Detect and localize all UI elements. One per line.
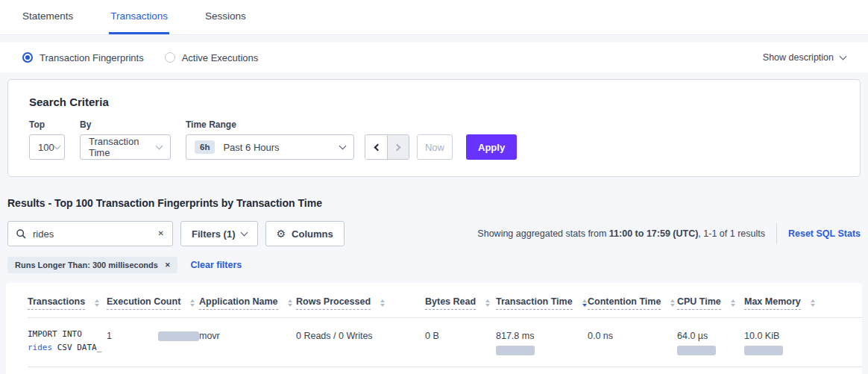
column-header-rows-processed: Rows Processed bbox=[296, 296, 425, 310]
chevron-right-icon bbox=[394, 143, 401, 151]
max-memory-cell: 10.0 KiB bbox=[744, 328, 862, 355]
sort-icon[interactable] bbox=[731, 299, 735, 307]
radio-active-executions[interactable]: Active Executions bbox=[165, 52, 259, 63]
column-header-max-memory: Max Memory bbox=[744, 296, 862, 310]
results-search-input[interactable] bbox=[33, 228, 151, 240]
sort-icon[interactable] bbox=[670, 299, 675, 307]
results-search-box: ✕ bbox=[7, 221, 173, 246]
chevron-down-icon bbox=[840, 52, 847, 60]
tab-transactions[interactable]: Transactions bbox=[109, 0, 169, 34]
execution-count-value: 1 bbox=[107, 331, 112, 341]
by-label: By bbox=[80, 119, 171, 130]
column-header-label[interactable]: Application Name bbox=[199, 296, 278, 310]
cpu-time-bar bbox=[677, 346, 716, 355]
column-header-execution-count: Execution Count bbox=[107, 296, 199, 310]
radio-selected-icon bbox=[22, 52, 33, 63]
tab-sessions[interactable]: Sessions bbox=[204, 0, 248, 34]
transaction-fingerprint-link[interactable]: IMPORT INTO rides CSV DATA_ bbox=[28, 328, 107, 355]
sort-icon[interactable] bbox=[485, 299, 490, 307]
by-select-value: Transaction Time bbox=[89, 136, 157, 158]
column-header-cpu-time: CPU Time bbox=[677, 296, 744, 310]
filter-chip-label: Runs Longer Than: 300 milliseconds bbox=[15, 261, 158, 269]
transaction-sql-line2: CSV DATA_ bbox=[52, 343, 101, 352]
gear-icon: ⚙ bbox=[277, 228, 286, 239]
columns-button[interactable]: ⚙ Columns bbox=[265, 221, 345, 246]
column-header-contention-time: Contention Time bbox=[588, 296, 677, 310]
transaction-time-bar bbox=[496, 346, 535, 355]
apply-button[interactable]: Apply bbox=[466, 134, 517, 160]
transaction-time-value: 817.8 ms bbox=[496, 331, 534, 341]
time-range-badge: 6h bbox=[195, 140, 215, 154]
view-toggle-strip: Transaction Fingerprints Active Executio… bbox=[0, 43, 868, 72]
column-header-label[interactable]: Transactions bbox=[28, 296, 85, 310]
rows-processed-cell: 0 Reads / 0 Writes bbox=[296, 328, 425, 341]
prev-time-window-button[interactable] bbox=[365, 135, 387, 159]
sort-icon[interactable] bbox=[190, 299, 195, 307]
max-memory-value: 10.0 KiB bbox=[744, 331, 779, 341]
table-header-row: Transactions Execution Count Application… bbox=[28, 290, 862, 318]
chevron-down-icon bbox=[339, 142, 347, 149]
remove-filter-icon[interactable]: ✕ bbox=[165, 262, 171, 269]
column-header-transactions: Transactions bbox=[28, 296, 107, 310]
sort-icon[interactable] bbox=[288, 299, 292, 307]
column-header-label[interactable]: Transaction Time bbox=[496, 296, 573, 310]
application-name-cell: movr bbox=[199, 328, 296, 341]
stats-prefix: Showing aggregated stats from bbox=[477, 228, 609, 239]
transaction-sql-line1: IMPORT INTO bbox=[28, 329, 82, 339]
columns-button-label: Columns bbox=[292, 228, 333, 240]
cpu-time-cell: 64.0 µs bbox=[677, 328, 744, 355]
transaction-sql-keyword: rides bbox=[28, 343, 52, 352]
max-memory-bar bbox=[744, 346, 783, 355]
radio-transaction-fingerprints[interactable]: Transaction Fingerprints bbox=[22, 52, 144, 63]
top-select[interactable]: 100 bbox=[29, 134, 65, 160]
results-heading: Results - Top 100 Transaction Fingerprin… bbox=[7, 197, 861, 209]
top-field: Top 100 bbox=[29, 119, 65, 160]
sort-icon[interactable] bbox=[380, 299, 385, 307]
column-header-label[interactable]: Max Memory bbox=[744, 296, 801, 310]
execution-count-cell: 1 bbox=[107, 328, 199, 341]
column-header-label[interactable]: CPU Time bbox=[677, 296, 721, 310]
divider bbox=[776, 223, 777, 244]
search-criteria-title: Search Criteria bbox=[29, 96, 839, 108]
column-header-label[interactable]: Rows Processed bbox=[296, 296, 371, 310]
top-tab-bar: Statements Transactions Sessions bbox=[0, 0, 868, 35]
by-select[interactable]: Transaction Time bbox=[80, 134, 171, 160]
column-header-label[interactable]: Execution Count bbox=[107, 296, 180, 310]
reset-sql-stats-link[interactable]: Reset SQL Stats bbox=[788, 228, 861, 239]
clear-search-icon[interactable]: ✕ bbox=[158, 230, 164, 237]
column-header-label[interactable]: Bytes Read bbox=[425, 296, 476, 310]
now-button[interactable]: Now bbox=[417, 134, 453, 160]
results-controls-row: ✕ Filters (1) ⚙ Columns Showing aggregat… bbox=[7, 221, 861, 246]
radio-label: Transaction Fingerprints bbox=[40, 52, 144, 63]
clear-filters-link[interactable]: Clear filters bbox=[190, 260, 242, 270]
tab-statements[interactable]: Statements bbox=[21, 0, 75, 34]
cpu-time-value: 64.0 µs bbox=[677, 331, 708, 341]
column-header-bytes-read: Bytes Read bbox=[425, 296, 496, 310]
aggregated-stats-text: Showing aggregated stats from 11:00 to 1… bbox=[477, 228, 765, 239]
time-range-select[interactable]: 6h Past 6 Hours bbox=[186, 134, 354, 160]
bytes-read-cell: 0 B bbox=[425, 328, 496, 341]
column-header-application-name: Application Name bbox=[199, 296, 296, 310]
filter-chips-row: Runs Longer Than: 300 milliseconds ✕ Cle… bbox=[7, 257, 861, 273]
sort-icon[interactable] bbox=[95, 299, 99, 307]
show-description-toggle[interactable]: Show description bbox=[763, 52, 846, 63]
time-window-arrows bbox=[365, 134, 409, 160]
time-range-value: Past 6 Hours bbox=[223, 142, 279, 153]
chevron-down-icon bbox=[240, 229, 248, 237]
search-criteria-card: Search Criteria Top 100 By Transaction T… bbox=[7, 79, 861, 177]
time-range-field: Time Range 6h Past 6 Hours bbox=[186, 119, 354, 160]
stats-suffix: , 1-1 of 1 results bbox=[698, 228, 765, 239]
sort-icon[interactable] bbox=[811, 299, 815, 307]
filters-button[interactable]: Filters (1) bbox=[180, 221, 258, 246]
column-header-label[interactable]: Contention Time bbox=[588, 296, 661, 310]
search-icon bbox=[16, 229, 26, 239]
next-time-window-button[interactable] bbox=[387, 135, 409, 159]
radio-label: Active Executions bbox=[182, 52, 259, 63]
table-row: IMPORT INTO rides CSV DATA_ 1 movr 0 Rea… bbox=[28, 318, 862, 367]
chevron-down-icon bbox=[156, 142, 163, 149]
contention-time-cell: 0.0 ns bbox=[588, 328, 677, 341]
transactions-page: Statements Transactions Sessions Transac… bbox=[0, 0, 868, 374]
sort-icon-active-desc[interactable] bbox=[582, 299, 587, 307]
top-label: Top bbox=[29, 119, 65, 130]
column-header-transaction-time: Transaction Time bbox=[496, 296, 588, 310]
